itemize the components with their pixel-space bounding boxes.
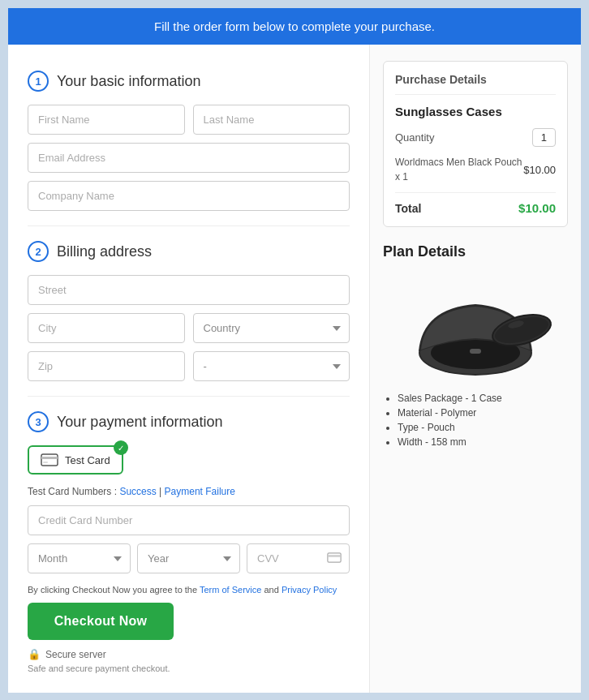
total-label: Total <box>395 202 421 215</box>
main-content: 1 Your basic information <box>8 45 581 693</box>
year-select[interactable]: Year <box>137 543 240 573</box>
svg-rect-4 <box>328 555 341 556</box>
first-name-input[interactable] <box>28 105 185 135</box>
section1-title: Your basic information <box>57 73 200 90</box>
email-field <box>28 143 350 173</box>
section1-header: 1 Your basic information <box>28 71 350 92</box>
month-select[interactable]: Month <box>28 543 131 573</box>
section3-number: 3 <box>28 411 49 432</box>
svg-rect-8 <box>470 349 481 354</box>
credit-card-row <box>28 505 350 535</box>
svg-rect-3 <box>328 552 341 561</box>
card-label: Test Card <box>65 454 110 466</box>
quantity-value: 1 <box>532 128 556 147</box>
product-features-list: Sales Package - 1 CaseMaterial - Polymer… <box>383 393 568 448</box>
feature-item: Width - 158 mm <box>398 436 568 448</box>
svg-rect-1 <box>41 457 58 459</box>
top-banner: Fill the order form below to complete yo… <box>8 8 581 45</box>
street-field <box>28 275 350 305</box>
section2-header: 2 Billing address <box>28 241 350 262</box>
card-option-wrapper: ✓ Test Card <box>28 445 350 486</box>
test-card-success-link[interactable]: Success <box>119 486 156 497</box>
city-field <box>28 313 185 343</box>
total-price: $10.00 <box>518 201 556 215</box>
first-name-field <box>28 105 185 135</box>
test-card-failure-link[interactable]: Payment Failure <box>165 486 235 497</box>
city-country-row: Country <box>28 313 350 343</box>
company-field <box>28 181 350 211</box>
card-option[interactable]: ✓ Test Card <box>28 445 123 475</box>
email-row <box>28 143 350 173</box>
quantity-label: Quantity <box>395 131 434 144</box>
total-line: Total $10.00 <box>395 192 556 215</box>
section1-number: 1 <box>28 71 49 92</box>
test-card-info: Test Card Numbers : Success | Payment Fa… <box>28 486 350 497</box>
zip-input[interactable] <box>28 351 185 381</box>
secure-sub: Safe and secure payment checkout. <box>28 663 350 673</box>
product-image-area <box>383 272 568 381</box>
divider1 <box>28 225 350 226</box>
country-select[interactable]: Country <box>193 313 350 343</box>
company-input[interactable] <box>28 181 350 211</box>
test-card-label: Test Card Numbers : <box>28 486 117 497</box>
year-field: Year <box>137 543 240 573</box>
state-field: - <box>193 351 350 381</box>
divider2 <box>28 396 350 397</box>
section2-title: Billing address <box>57 243 152 260</box>
city-input[interactable] <box>28 313 185 343</box>
street-row <box>28 275 350 305</box>
terms-text: By clicking Checkout Now you agree to th… <box>28 585 350 595</box>
privacy-policy-link[interactable]: Privacy Policy <box>282 585 337 595</box>
quantity-line: Quantity 1 <box>395 128 556 147</box>
item-line: Worldmacs Men Black Pouch x 1 $10.00 <box>395 155 556 184</box>
section3-title: Your payment information <box>57 414 222 431</box>
lock-icon: 🔒 <box>28 648 41 660</box>
feature-item: Sales Package - 1 Case <box>398 393 568 404</box>
feature-item: Type - Pouch <box>398 422 568 433</box>
credit-card-icon <box>41 453 58 466</box>
purchase-details-title: Purchase Details <box>395 73 556 95</box>
cvv-field <box>247 543 350 573</box>
street-input[interactable] <box>28 275 350 305</box>
section3-header: 3 Your payment information <box>28 411 350 432</box>
right-panel: Purchase Details Sunglasses Cases Quanti… <box>370 45 581 693</box>
item-price: $10.00 <box>523 164 556 176</box>
section2-number: 2 <box>28 241 49 262</box>
terms-and: and <box>264 585 281 595</box>
svg-rect-2 <box>43 462 48 463</box>
payment-expiry-row: Month Year <box>28 543 350 573</box>
company-row <box>28 181 350 211</box>
month-field: Month <box>28 543 131 573</box>
product-name: Sunglasses Cases <box>395 105 556 118</box>
credit-card-input[interactable] <box>28 505 350 535</box>
terms-of-service-link[interactable]: Term of Service <box>200 585 261 595</box>
email-input[interactable] <box>28 143 350 173</box>
secure-note: 🔒 Secure server <box>28 648 350 660</box>
zip-field <box>28 351 185 381</box>
last-name-input[interactable] <box>193 105 350 135</box>
checkout-button[interactable]: Checkout Now <box>28 603 174 640</box>
name-row <box>28 105 350 135</box>
zip-state-row: - <box>28 351 350 381</box>
page-wrapper: Fill the order form below to complete yo… <box>8 8 581 693</box>
plan-details-title: Plan Details <box>383 243 568 260</box>
purchase-details-box: Purchase Details Sunglasses Cases Quanti… <box>383 61 568 227</box>
left-panel: 1 Your basic information <box>8 45 370 693</box>
svg-rect-0 <box>41 454 58 466</box>
secure-label: Secure server <box>45 649 106 660</box>
credit-card-field <box>28 505 350 535</box>
last-name-field <box>193 105 350 135</box>
check-badge-icon: ✓ <box>114 440 128 455</box>
state-select[interactable]: - <box>193 351 350 381</box>
country-field: Country <box>193 313 350 343</box>
cvv-card-icon <box>327 552 342 565</box>
banner-text: Fill the order form below to complete yo… <box>154 19 435 33</box>
item-desc: Worldmacs Men Black Pouch x 1 <box>395 155 523 184</box>
feature-item: Material - Polymer <box>398 407 568 419</box>
plan-details-section: Plan Details <box>383 243 568 448</box>
product-image <box>390 272 561 381</box>
terms-prefix: By clicking Checkout Now you agree to th… <box>28 585 197 595</box>
